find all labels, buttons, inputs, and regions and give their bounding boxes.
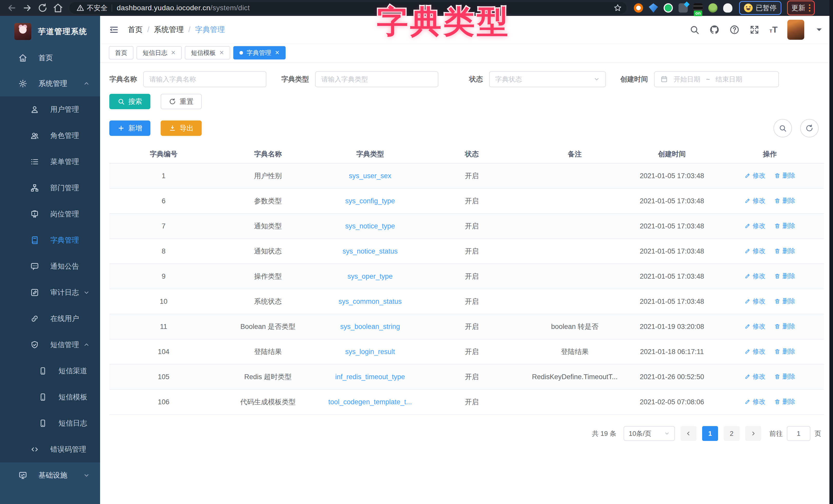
sidebar-item-错误码管理[interactable]: 错误码管理: [0, 436, 100, 462]
sidebar-item-短信管理[interactable]: 短信管理: [0, 332, 100, 358]
close-tag-icon[interactable]: ✕: [275, 49, 280, 56]
reset-button[interactable]: 重置: [161, 94, 202, 109]
browser-back-icon[interactable]: [7, 3, 17, 13]
edit-row-button[interactable]: 修改: [744, 372, 765, 381]
sidebar-item-部门管理[interactable]: 部门管理: [0, 175, 100, 201]
tag-字典管理[interactable]: 字典管理✕: [233, 46, 286, 59]
ext-profile-icon[interactable]: [723, 3, 732, 12]
cell-dict-name: Boolean 是否类型: [218, 322, 318, 331]
sidebar-item-在线用户[interactable]: 在线用户: [0, 306, 100, 332]
sidebar-item-用户管理[interactable]: 用户管理: [0, 96, 100, 123]
dict-type-link[interactable]: sys_notice_status: [342, 247, 398, 255]
edit-row-button[interactable]: 修改: [744, 171, 765, 180]
tag-首页[interactable]: 首页: [109, 46, 134, 59]
sidebar-item-岗位管理[interactable]: 岗位管理: [0, 201, 100, 227]
delete-row-button[interactable]: 删除: [774, 322, 795, 330]
sidebar-item-首页[interactable]: 首页: [0, 45, 100, 71]
delete-row-button[interactable]: 删除: [774, 171, 795, 180]
page-size-select[interactable]: 10条/页: [624, 426, 675, 441]
sidebar-item-角色管理[interactable]: 角色管理: [0, 123, 100, 149]
prev-page-button[interactable]: [681, 426, 696, 441]
edit-row-button[interactable]: 修改: [744, 347, 765, 356]
tag-短信日志[interactable]: 短信日志✕: [137, 46, 182, 59]
header-search-icon[interactable]: [689, 25, 699, 35]
sidebar-item-基础设施[interactable]: 基础设施: [0, 462, 100, 488]
help-icon[interactable]: [729, 25, 740, 35]
edit-row-button[interactable]: 修改: [744, 222, 765, 230]
paused-extension-pill[interactable]: 已暂停: [739, 1, 781, 15]
edit-row-button[interactable]: 修改: [744, 397, 765, 406]
browser-reload-icon[interactable]: [38, 3, 48, 13]
user-avatar[interactable]: [787, 20, 804, 40]
dict-type-link[interactable]: sys_oper_type: [348, 273, 392, 280]
breadcrumb-system[interactable]: 系统管理: [154, 25, 184, 35]
dict-type-link[interactable]: sys_boolean_string: [340, 323, 400, 330]
page-button-1[interactable]: 1: [702, 426, 718, 441]
ext-plant-icon[interactable]: [708, 3, 717, 12]
delete-row-button[interactable]: 删除: [774, 372, 795, 381]
dict-type-link[interactable]: sys_common_status: [338, 298, 402, 305]
page-button-2[interactable]: 2: [724, 426, 740, 441]
next-page-button[interactable]: [745, 426, 761, 441]
delete-row-button[interactable]: 删除: [774, 272, 795, 280]
fullscreen-icon[interactable]: [749, 25, 760, 35]
dict-type-link[interactable]: tool_codegen_template_t...: [328, 398, 412, 406]
delete-row-button[interactable]: 删除: [774, 196, 795, 205]
browser-menu-kebab-icon[interactable]: [809, 4, 810, 11]
add-button[interactable]: 新增: [109, 121, 150, 136]
tag-短信模板[interactable]: 短信模板✕: [185, 46, 230, 59]
toggle-search-button[interactable]: [774, 119, 792, 137]
ext-green-circle-icon[interactable]: [664, 3, 673, 12]
avatar-caret-down-icon[interactable]: [814, 25, 824, 35]
edit-row-button[interactable]: 修改: [744, 322, 765, 330]
sidebar-item-短信模板[interactable]: 短信模板: [0, 384, 100, 410]
sidebar-item-系统管理[interactable]: 系统管理: [0, 71, 100, 96]
font-size-icon[interactable]: тT: [769, 25, 778, 34]
sidebar-item-菜单管理[interactable]: 菜单管理: [0, 149, 100, 175]
url-bar[interactable]: 不安全 dashboard.yudao.iocoder.cn/system/di…: [69, 2, 627, 14]
edit-row-button[interactable]: 修改: [744, 272, 765, 280]
collapse-sidebar-icon[interactable]: [109, 25, 119, 35]
app-logo-row[interactable]: 芋道管理系统: [0, 16, 100, 45]
export-button[interactable]: 导出: [161, 121, 202, 136]
browser-home-icon[interactable]: [53, 3, 63, 13]
sidebar-item-短信渠道[interactable]: 短信渠道: [0, 358, 100, 384]
dict-type-link[interactable]: sys_user_sex: [349, 172, 391, 180]
ext-grid-icon[interactable]: [679, 3, 688, 12]
sidebar-item-字典管理[interactable]: 字典管理: [0, 227, 100, 253]
goto-page-input[interactable]: 1: [787, 426, 810, 441]
delete-row-button[interactable]: 删除: [774, 247, 795, 255]
ext-gem-icon[interactable]: [649, 3, 658, 12]
dict-name-input[interactable]: 请输入字典名称: [143, 71, 266, 87]
browser-update-button[interactable]: 更新: [787, 1, 815, 16]
dict-type-link[interactable]: sys_config_type: [345, 197, 395, 205]
close-tag-icon[interactable]: ✕: [171, 49, 175, 56]
breadcrumb-home[interactable]: 首页: [128, 25, 143, 35]
browser-forward-icon[interactable]: [22, 3, 32, 13]
edit-row-button[interactable]: 修改: [744, 297, 765, 305]
delete-row-button[interactable]: 删除: [774, 347, 795, 356]
refresh-table-button[interactable]: [800, 119, 818, 137]
dict-type-link[interactable]: inf_redis_timeout_type: [335, 373, 405, 381]
ext-stack-on-icon[interactable]: on: [693, 3, 703, 12]
dict-type-link[interactable]: sys_notice_type: [345, 222, 395, 230]
dict-type-input[interactable]: 请输入字典类型: [315, 71, 438, 87]
sidebar-item-短信日志[interactable]: 短信日志: [0, 410, 100, 436]
ext-donut-icon[interactable]: [634, 3, 643, 12]
edit-row-button[interactable]: 修改: [744, 196, 765, 205]
url-text[interactable]: dashboard.yudao.iocoder.cn/system/dict: [117, 4, 250, 12]
sidebar-item-审计日志[interactable]: 审计日志: [0, 279, 100, 306]
delete-row-button[interactable]: 删除: [774, 222, 795, 230]
github-icon[interactable]: [709, 25, 719, 35]
edit-row-button[interactable]: 修改: [744, 247, 765, 255]
date-range-picker[interactable]: 开始日期 ~ 结束日期: [654, 71, 779, 87]
delete-row-button[interactable]: 删除: [774, 297, 795, 305]
close-tag-icon[interactable]: ✕: [219, 49, 224, 56]
sidebar-item-通知公告[interactable]: 通知公告: [0, 253, 100, 279]
bookmark-star-icon[interactable]: [613, 4, 622, 12]
status-select[interactable]: 字典状态: [489, 71, 606, 87]
dict-type-link[interactable]: sys_login_result: [345, 348, 395, 356]
not-secure-label[interactable]: 不安全: [87, 3, 108, 12]
search-button[interactable]: 搜索: [109, 94, 150, 109]
delete-row-button[interactable]: 删除: [774, 397, 795, 406]
